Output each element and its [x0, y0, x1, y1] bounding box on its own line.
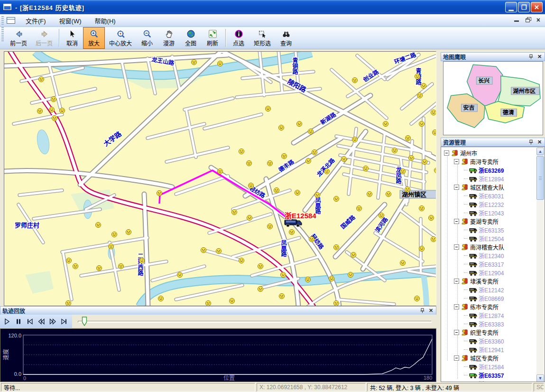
vehicle-smiley-marker[interactable]: [216, 249, 222, 254]
toolbar-button-pan-hand[interactable]: 漫游: [158, 27, 180, 49]
vehicle-smiley-marker[interactable]: [405, 187, 410, 192]
vehicle-smiley-marker[interactable]: [39, 77, 44, 82]
vehicle-smiley-marker[interactable]: [158, 296, 164, 301]
expander-icon[interactable]: [454, 304, 459, 309]
vehicle-smiley-marker[interactable]: [258, 287, 263, 292]
tree-vehicle-浙E63031[interactable]: 浙E63031: [441, 191, 536, 200]
vehicle-smiley-marker[interactable]: [306, 159, 311, 164]
playback-fast-forward-button[interactable]: [47, 317, 57, 327]
vehicle-smiley-marker[interactable]: [334, 245, 339, 250]
tree-vehicle-浙E63357[interactable]: 浙E63357: [441, 371, 536, 379]
toolbar-button-globe[interactable]: 全图: [180, 27, 202, 49]
mdi-restore-icon[interactable]: [526, 19, 530, 22]
vehicle-smiley-marker[interactable]: [297, 121, 302, 127]
vehicle-smiley-marker[interactable]: [305, 277, 311, 282]
vehicle-smiley-marker[interactable]: [392, 148, 397, 153]
playback-skip-end-button[interactable]: [59, 317, 69, 327]
expander-icon[interactable]: [454, 159, 459, 164]
tree-group-4[interactable]: 埭溪专卖所: [441, 277, 536, 285]
playback-rewind-button[interactable]: [36, 317, 46, 327]
vehicle-smiley-marker[interactable]: [49, 107, 55, 112]
tree-vehicle-浙E12232[interactable]: 浙E12232: [441, 200, 536, 208]
vehicle-smiley-marker[interactable]: [139, 258, 145, 263]
vehicle-smiley-marker[interactable]: [279, 125, 284, 131]
vehicle-smiley-marker[interactable]: [52, 116, 57, 121]
vehicle-smiley-marker[interactable]: [383, 121, 388, 127]
vehicle-smiley-marker[interactable]: [315, 193, 320, 198]
tree-vehicle-浙E12142[interactable]: 浙E12142: [441, 285, 536, 294]
vehicle-smiley-marker[interactable]: [308, 129, 314, 134]
vehicle-smiley-marker[interactable]: [60, 108, 65, 113]
vehicle-smiley-marker[interactable]: [73, 264, 78, 269]
vehicle-smiley-marker[interactable]: [109, 244, 114, 249]
tree-vehicle-浙E12874[interactable]: 浙E12874: [441, 311, 536, 319]
menu-item-1[interactable]: 视窗(W): [53, 14, 88, 27]
toolbar-button-zoom-out[interactable]: 缩小: [136, 27, 158, 49]
scroll-up-icon[interactable]: ▲: [536, 148, 544, 155]
expander-icon[interactable]: [454, 279, 459, 284]
vehicle-smiley-marker[interactable]: [379, 213, 384, 218]
vehicle-smiley-marker[interactable]: [431, 237, 436, 242]
close-panel-icon[interactable]: ✕: [536, 54, 543, 60]
expander-icon[interactable]: [454, 185, 459, 190]
vehicle-smiley-marker[interactable]: [417, 93, 423, 98]
expander-icon[interactable]: [454, 244, 459, 250]
tree-group-1[interactable]: 城区稽查大队: [441, 183, 536, 191]
playback-slider-track[interactable]: [78, 321, 432, 323]
vehicle-smiley-marker[interactable]: [258, 264, 263, 269]
vehicle-smiley-marker[interactable]: [281, 272, 286, 278]
vehicle-smiley-marker[interactable]: [192, 60, 197, 65]
vehicle-smiley-marker[interactable]: [329, 276, 334, 281]
vehicle-smiley-marker[interactable]: [282, 154, 287, 159]
playback-slider-thumb[interactable]: [82, 317, 87, 326]
mdi-minimize-icon[interactable]: [514, 18, 519, 22]
vehicle-smiley-marker[interactable]: [429, 215, 434, 221]
toolbar-button-zoom-center[interactable]: 中心放大: [105, 27, 136, 49]
vehicle-smiley-marker[interactable]: [357, 206, 362, 211]
vehicle-smiley-marker[interactable]: [400, 261, 406, 266]
vehicle-smiley-marker[interactable]: [247, 215, 252, 221]
menu-item-2[interactable]: 帮助(H): [88, 14, 122, 27]
vehicle-smiley-marker[interactable]: [230, 299, 235, 304]
vehicle-smiley-marker[interactable]: [268, 161, 273, 166]
tree-vehicle-浙E63360[interactable]: 浙E63360: [441, 336, 536, 345]
vehicle-smiley-marker[interactable]: [266, 106, 271, 112]
tree-group-7[interactable]: 城区专卖所: [441, 354, 536, 362]
vehicle-smiley-marker[interactable]: [348, 272, 353, 278]
vehicle-smiley-marker[interactable]: [126, 230, 131, 235]
toolbar-button-binoculars[interactable]: 查询: [275, 27, 297, 49]
playback-skip-start-button[interactable]: [25, 317, 35, 327]
vehicle-smiley-marker[interactable]: [421, 84, 426, 89]
playback-pause-button[interactable]: [13, 317, 23, 327]
vehicle-smiley-marker[interactable]: [312, 150, 317, 155]
vehicle-smiley-marker[interactable]: [334, 196, 339, 202]
vehicle-smiley-marker[interactable]: [363, 166, 369, 171]
vehicle-smiley-marker[interactable]: [157, 191, 162, 196]
vehicle-smiley-marker[interactable]: [177, 272, 183, 278]
vehicle-smiley-marker[interactable]: [66, 301, 71, 306]
vehicle-smiley-marker[interactable]: [232, 210, 237, 215]
expander-icon[interactable]: [444, 150, 449, 156]
toolbar-button-info-select[interactable]: 点选: [228, 27, 249, 49]
vehicle-smiley-marker[interactable]: [206, 301, 211, 306]
tree-group-0[interactable]: 南浔专卖所: [441, 157, 536, 166]
toolbar-button-arrow-left[interactable]: 前一页: [6, 27, 31, 49]
tree-vehicle-浙E63269[interactable]: 浙E63269: [441, 166, 536, 174]
tracked-vehicle-truck[interactable]: 浙E12584: [285, 212, 316, 227]
tree-scrollbar[interactable]: ▲ ▼: [536, 148, 544, 382]
expander-icon[interactable]: [454, 355, 459, 361]
vehicle-smiley-marker[interactable]: [249, 183, 254, 188]
restore-button[interactable]: ❐: [518, 2, 530, 12]
toolbar-button-refresh[interactable]: 刷新: [202, 27, 223, 49]
vehicle-smiley-marker[interactable]: [97, 266, 102, 271]
tree-vehicle-浙E63317[interactable]: 浙E63317: [441, 260, 536, 268]
tree-group-2[interactable]: 菱湖专卖所: [441, 217, 536, 225]
tree-vehicle-浙E12504[interactable]: 浙E12504: [441, 234, 536, 243]
close-panel-icon[interactable]: ✕: [536, 139, 543, 145]
vehicle-smiley-marker[interactable]: [351, 252, 356, 258]
vehicle-smiley-marker[interactable]: [419, 206, 425, 211]
tracked-vehicle-marker[interactable]: 浙E12584: [285, 212, 316, 227]
vehicle-smiley-marker[interactable]: [247, 161, 252, 166]
vehicle-smiley-marker[interactable]: [239, 149, 244, 154]
vehicle-smiley-marker[interactable]: [419, 246, 425, 252]
